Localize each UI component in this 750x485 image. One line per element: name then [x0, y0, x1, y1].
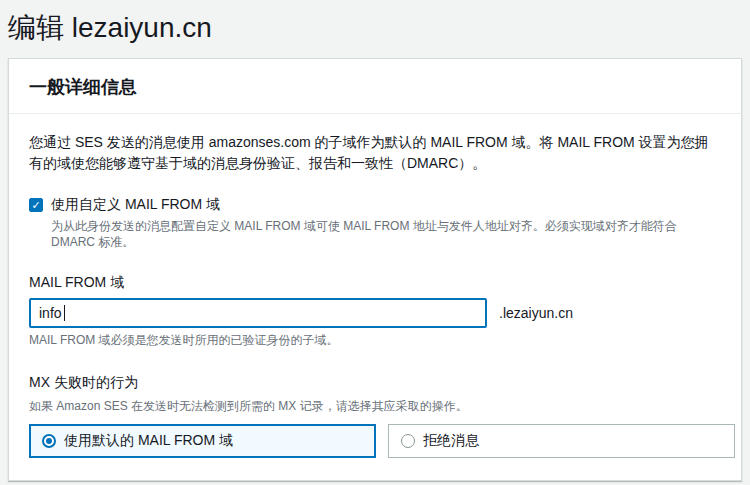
- custom-mail-from-field: ✓ 使用自定义 MAIL FROM 域 为从此身份发送的消息配置自定义 MAIL…: [29, 196, 721, 250]
- option-reject-label: 拒绝消息: [423, 432, 479, 450]
- page-title: 编辑 lezaiyun.cn: [8, 10, 742, 46]
- edit-identity-page: 编辑 lezaiyun.cn 一般详细信息 您通过 SES 发送的消息使用 am…: [0, 0, 750, 485]
- mail-from-domain-field: MAIL FROM 域 .lezaiyun.cn MAIL FROM 域必须是您…: [29, 274, 721, 348]
- mail-from-domain-input[interactable]: [29, 298, 487, 328]
- custom-mail-from-helper: 为从此身份发送的消息配置自定义 MAIL FROM 域可使 MAIL FROM …: [51, 218, 721, 250]
- custom-mail-from-checkbox-row[interactable]: ✓ 使用自定义 MAIL FROM 域: [29, 196, 721, 214]
- custom-mail-from-checkbox-label: 使用自定义 MAIL FROM 域: [51, 196, 220, 214]
- mx-failure-field: MX 失败时的行为 如果 Amazon SES 在发送时无法检测到所需的 MX …: [29, 374, 721, 458]
- text-cursor: [64, 305, 65, 321]
- mail-from-domain-label: MAIL FROM 域: [29, 274, 721, 292]
- mx-failure-options: 使用默认的 MAIL FROM 域 拒绝消息: [29, 424, 735, 458]
- radio-unselected-icon: [401, 434, 415, 448]
- mail-from-description: 您通过 SES 发送的消息使用 amazonses.com 的子域作为默认的 M…: [29, 132, 721, 174]
- checkbox-checked-icon[interactable]: ✓: [29, 198, 43, 212]
- card-header-title: 一般详细信息: [29, 75, 721, 99]
- option-reject-message[interactable]: 拒绝消息: [388, 424, 735, 458]
- mail-from-domain-input-row: .lezaiyun.cn: [29, 298, 721, 328]
- card-body: 您通过 SES 发送的消息使用 amazonses.com 的子域作为默认的 M…: [9, 114, 741, 480]
- card-header: 一般详细信息: [9, 59, 741, 114]
- mail-from-domain-helper: MAIL FROM 域必须是您发送时所用的已验证身份的子域。: [29, 332, 721, 348]
- domain-suffix: .lezaiyun.cn: [499, 305, 573, 321]
- option-use-default-label: 使用默认的 MAIL FROM 域: [64, 432, 233, 450]
- option-use-default-mail-from[interactable]: 使用默认的 MAIL FROM 域: [29, 424, 376, 458]
- mx-failure-label: MX 失败时的行为: [29, 374, 721, 392]
- general-details-card: 一般详细信息 您通过 SES 发送的消息使用 amazonses.com 的子域…: [8, 58, 742, 481]
- radio-selected-icon: [42, 434, 56, 448]
- mail-from-domain-input-wrap: [29, 298, 487, 328]
- mx-failure-helper: 如果 Amazon SES 在发送时无法检测到所需的 MX 记录，请选择其应采取…: [29, 398, 721, 414]
